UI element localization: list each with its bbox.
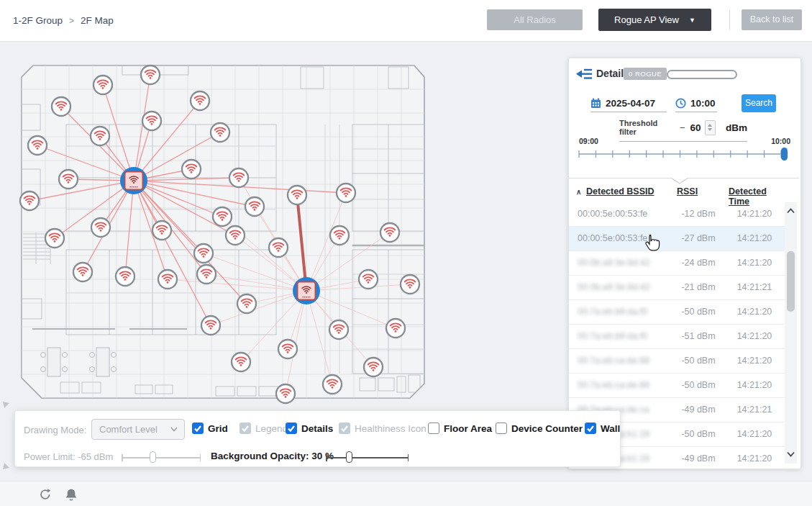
- ap-icon[interactable]: [93, 76, 112, 94]
- checkbox-checked-icon[interactable]: [339, 423, 350, 434]
- background-opacity-handle[interactable]: [346, 451, 352, 463]
- ap-icon[interactable]: [237, 294, 256, 313]
- ap-icon[interactable]: [142, 112, 161, 130]
- checkbox-healthiness-icon[interactable]: Healthiness Icon: [339, 423, 426, 434]
- ap-icon[interactable]: [364, 358, 383, 376]
- ap-icon[interactable]: [152, 221, 171, 240]
- bssid-cell: 00:7a:eb:ca:de:88: [578, 374, 678, 397]
- ap-icon[interactable]: [52, 97, 70, 116]
- time-cell: 14:21:20: [729, 325, 780, 348]
- date-input[interactable]: 2025-04-07: [590, 94, 667, 112]
- ap-icon[interactable]: [45, 229, 64, 248]
- selected-ap-icon[interactable]: [120, 167, 147, 194]
- power-limit-handle[interactable]: [150, 451, 156, 463]
- table-row[interactable]: 00:00:5e:00:53:fe-12 dBm14:21:20: [569, 202, 785, 227]
- scroll-down-icon[interactable]: [787, 451, 795, 457]
- ap-icon[interactable]: [59, 170, 78, 189]
- column-rssi[interactable]: RSSI: [677, 186, 720, 196]
- collapse-notch-icon[interactable]: [671, 178, 688, 184]
- table-row[interactable]: 00:7a:eb:b9:da:f0-50 dBm14:21:20: [569, 300, 785, 325]
- scroll-up-icon[interactable]: [787, 208, 795, 214]
- ap-icon[interactable]: [386, 319, 405, 338]
- scrollbar-thumb[interactable]: [787, 251, 795, 312]
- ap-icon[interactable]: [337, 184, 355, 202]
- table-row[interactable]: 00:00:5e:00:53:fe-27 dBm14:21:20: [569, 227, 785, 251]
- time-input[interactable]: 10:00: [675, 94, 717, 112]
- threshold-value[interactable]: 60: [690, 122, 701, 133]
- ap-icon[interactable]: [158, 270, 177, 289]
- checkbox-legend[interactable]: Legend: [240, 423, 288, 434]
- ap-icon[interactable]: [211, 123, 229, 142]
- ap-icon[interactable]: [191, 91, 209, 110]
- table-row[interactable]: 00:0b:a9:3e:8d:42-21 dBm14:21:21: [569, 276, 785, 300]
- ap-icon[interactable]: [269, 238, 288, 257]
- ap-icon[interactable]: [141, 65, 160, 84]
- breadcrumb-group[interactable]: 1-2F Group: [13, 15, 63, 26]
- checkbox-checked-icon[interactable]: [585, 423, 596, 434]
- scrollbar-track[interactable]: [785, 202, 797, 464]
- ap-icon[interactable]: [182, 160, 201, 179]
- checkbox-details[interactable]: Details: [286, 423, 333, 434]
- selected-ap-icon[interactable]: [293, 277, 320, 304]
- checkbox-wall[interactable]: Wall: [585, 423, 620, 434]
- ap-icon[interactable]: [276, 384, 295, 403]
- column-detected-bssid[interactable]: Detected BSSID: [586, 186, 654, 196]
- floor-map[interactable]: [14, 61, 428, 407]
- map-resize-handle-icon[interactable]: [3, 402, 10, 409]
- checkbox-device-counter[interactable]: Device Counter: [496, 423, 583, 434]
- ap-icon[interactable]: [229, 168, 248, 187]
- timeline-handle[interactable]: [781, 148, 788, 161]
- refresh-icon[interactable]: [39, 488, 52, 501]
- ap-icon[interactable]: [330, 226, 349, 245]
- app-root: 1-2F Group>2F Map All Radios Rogue AP Vi…: [0, 0, 812, 506]
- checkbox-checked-icon[interactable]: [286, 423, 297, 434]
- ap-icon[interactable]: [278, 340, 297, 358]
- ap-icon[interactable]: [197, 265, 216, 284]
- table-row[interactable]: 00:0b:a9:3e:8d:42-24 dBm14:21:20: [569, 251, 785, 276]
- checkbox-checked-icon[interactable]: [192, 423, 204, 434]
- timeline-slider[interactable]: [576, 147, 793, 164]
- table-row[interactable]: 00:7a:eb:b9:da:f0-51 dBm14:21:20: [569, 325, 785, 349]
- ap-icon[interactable]: [323, 375, 342, 394]
- ap-icon[interactable]: [245, 197, 264, 216]
- ap-icon[interactable]: [116, 267, 134, 286]
- ap-icon[interactable]: [20, 191, 39, 210]
- ap-icon[interactable]: [226, 226, 245, 245]
- checkbox-unchecked-icon[interactable]: [496, 423, 507, 434]
- back-to-list-button[interactable]: Back to list: [742, 9, 802, 30]
- ap-icon[interactable]: [288, 186, 306, 204]
- ap-icon[interactable]: [91, 218, 110, 237]
- ap-icon[interactable]: [380, 223, 399, 242]
- checkbox-unchecked-icon[interactable]: [428, 423, 439, 434]
- ap-icon[interactable]: [73, 263, 92, 281]
- checkbox-floor-area[interactable]: Floor Area: [428, 423, 492, 434]
- ap-icon[interactable]: [194, 244, 213, 263]
- ap-icon[interactable]: [28, 136, 47, 155]
- ap-icon[interactable]: [359, 270, 378, 289]
- bell-icon[interactable]: [65, 488, 78, 502]
- collapse-panel-icon[interactable]: [576, 67, 593, 81]
- background-opacity-slider[interactable]: [326, 451, 409, 464]
- threshold-stepper[interactable]: [705, 120, 716, 135]
- ap-icon[interactable]: [401, 275, 419, 294]
- map-resize-handle-icon[interactable]: [3, 463, 10, 470]
- ap-icon[interactable]: [91, 127, 109, 145]
- view-select-dropdown[interactable]: Rogue AP View▼: [598, 9, 711, 31]
- ap-icon[interactable]: [232, 353, 250, 371]
- search-button[interactable]: Search: [742, 94, 776, 112]
- spinner-down-icon[interactable]: [708, 128, 712, 131]
- table-row[interactable]: 00:7a:eb:ca:de:88-50 dBm14:21:20: [569, 349, 785, 374]
- spinner-up-icon[interactable]: [708, 124, 712, 127]
- checkbox-checked-icon[interactable]: [240, 423, 251, 434]
- all-radios-button[interactable]: All Radios: [487, 9, 583, 30]
- checkbox-grid[interactable]: Grid: [192, 423, 228, 434]
- ap-icon[interactable]: [213, 207, 232, 226]
- drawing-mode-select[interactable]: Comfort Level: [91, 419, 185, 440]
- table-row[interactable]: 00:7a:eb:ca:de:88-50 dBm14:21:20: [569, 374, 785, 398]
- date-value: 2025-04-07: [606, 98, 655, 109]
- ap-icon[interactable]: [329, 320, 348, 339]
- sort-caret-icon[interactable]: ∧: [576, 188, 581, 196]
- timeline-end-label: 10:00: [771, 137, 790, 145]
- power-limit-slider[interactable]: [122, 451, 201, 464]
- ap-icon[interactable]: [201, 316, 220, 335]
